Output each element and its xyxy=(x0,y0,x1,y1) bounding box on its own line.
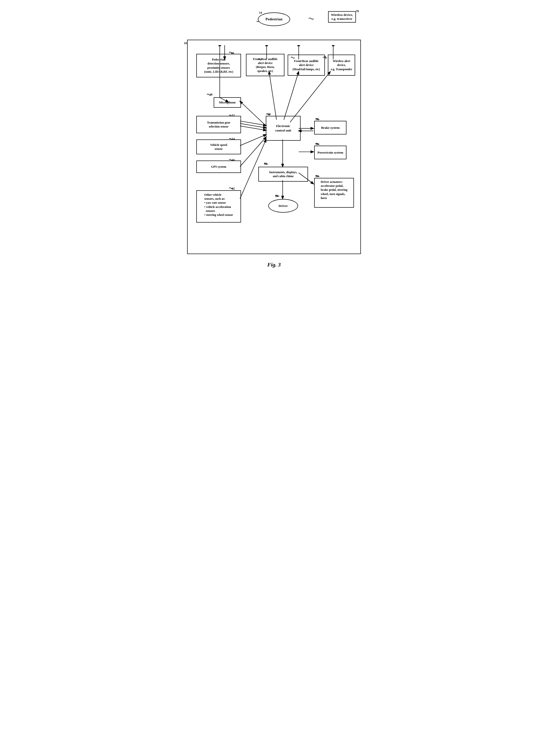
other-sensors-box: Other vehiclesensors, such as:• yaw rate… xyxy=(196,190,241,223)
ref-84: 84 xyxy=(316,174,319,178)
microphone-box: Microphone xyxy=(214,97,241,108)
ecu-box: Electroniccontrol unit xyxy=(266,116,301,141)
ref-60: 60 xyxy=(316,142,319,146)
pedestrian-ellipse: Pedestrian xyxy=(258,12,290,26)
ref-62: 62 xyxy=(232,187,235,191)
page: 14 Pedestrian Wireless device,e.g. trans… xyxy=(187,5,361,278)
brake-box: Brake system xyxy=(314,121,347,134)
front-rear-audible-64-box: Front/Rear audiblealert device(Beeper, H… xyxy=(246,54,285,76)
powertrain-box: Powertrain system xyxy=(314,146,347,159)
ref-70: 70 xyxy=(356,9,359,13)
transmission-box: Transmission gearselection sensor xyxy=(196,116,241,133)
vehicle-speed-box: Vehicle speedsensor xyxy=(196,139,241,154)
front-rear-audible-66-box: Front/Rear audiblealert device(Head/tail… xyxy=(288,55,325,76)
pedestrian-detection-box: Pedestriandetection sensors,proximity se… xyxy=(196,54,241,77)
ref-14: 14 xyxy=(259,11,262,15)
ref-18: 18 xyxy=(209,93,212,97)
svg-line-8 xyxy=(240,121,266,126)
ref-58: 58 xyxy=(316,117,319,121)
wireless-top-box: Wireless device,e.g. transceiver xyxy=(328,11,356,23)
ref-10: 10 xyxy=(184,41,187,45)
svg-line-16 xyxy=(284,72,299,120)
driver-actuators-box: Driver actuators:accelerator pedal,brake… xyxy=(314,178,354,208)
gps-box: GPS system xyxy=(196,161,241,173)
ref-50: 50 xyxy=(267,112,270,116)
driver-ellipse: Driver xyxy=(268,199,298,213)
ref-82: 82 xyxy=(264,162,267,166)
svg-line-11 xyxy=(240,134,266,146)
ref-80: 80 xyxy=(275,194,278,198)
svg-line-18 xyxy=(240,101,266,126)
svg-line-12 xyxy=(240,137,266,166)
svg-line-9 xyxy=(240,124,266,128)
top-area: 14 Pedestrian Wireless device,e.g. trans… xyxy=(187,7,361,37)
diagram-inner: 16 18 52 54 56 62 50 64 66 68 58 60 80 8… xyxy=(192,45,356,249)
svg-line-17 xyxy=(290,72,330,122)
fig-caption: Fig. 3 xyxy=(187,262,361,268)
instruments-box: Instruments, displays,and cabin chime xyxy=(258,167,308,182)
main-box: 10 xyxy=(187,40,361,254)
svg-line-10 xyxy=(240,126,266,131)
wireless-alert-box: Wireless alertdevice,e.g. Transponder xyxy=(328,55,355,76)
